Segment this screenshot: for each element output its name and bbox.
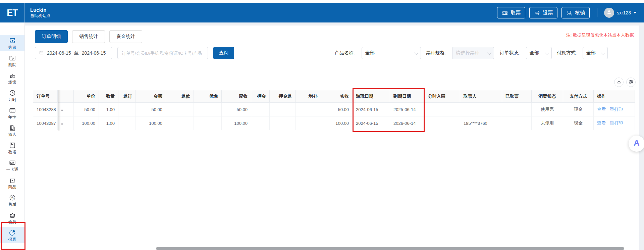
sidebar-item-timing[interactable]: 计时 bbox=[0, 87, 24, 103]
view-link[interactable]: 查看 bbox=[597, 107, 606, 112]
table-row: 10043287≡100.001.00100.00100.00100.00202… bbox=[33, 116, 635, 130]
cell-picker bbox=[460, 103, 502, 116]
sidebar-item-label: 售后 bbox=[8, 202, 16, 206]
chevron-down-icon bbox=[633, 12, 637, 14]
sidebar-item-venue[interactable]: 场馆 bbox=[0, 70, 24, 86]
product-name-select[interactable]: 全部 bbox=[362, 47, 421, 59]
sidebar-item-goods[interactable]: 商品 bbox=[0, 174, 24, 191]
sidebar-item-buy-ticket[interactable]: 购票 bbox=[0, 35, 24, 51]
cell-unit-price: 100.00 bbox=[74, 116, 99, 130]
button-label: 核销 bbox=[575, 10, 585, 16]
sidebar-item-label: 计时 bbox=[8, 98, 16, 102]
column-header-supplement: 增补 bbox=[296, 90, 321, 103]
horizontal-scrollbar[interactable] bbox=[156, 247, 624, 250]
cell-play-date: 2024-06-15 bbox=[353, 103, 390, 116]
chevron-down-icon bbox=[487, 50, 492, 55]
refund-button[interactable]: 退票 bbox=[529, 7, 557, 18]
printer-icon bbox=[534, 10, 540, 16]
sidebar-item-report[interactable]: 报表 bbox=[0, 227, 24, 243]
cell-quantity: 1.00 bbox=[99, 116, 118, 130]
order-table: 订单号单价数量退订金额退款优免应收押金押金退增补实收游玩日期到期日期分时入园取票… bbox=[33, 90, 635, 130]
tab-order-detail[interactable]: 订单明细 bbox=[35, 30, 68, 43]
reprint-link[interactable]: 重打印 bbox=[610, 107, 623, 112]
cell-expire-date: 2026-06-14 bbox=[390, 116, 425, 130]
cell-picked bbox=[502, 116, 532, 130]
topbar-divider bbox=[24, 3, 25, 22]
chevron-down-icon bbox=[545, 50, 549, 55]
sidebar-item-label: 商品 bbox=[8, 185, 16, 189]
assistant-button[interactable]: A bbox=[629, 136, 644, 152]
select-placeholder: 请选择票种 bbox=[456, 50, 479, 56]
column-settings-button[interactable] bbox=[626, 78, 636, 87]
sidebar-item-annual-card[interactable]: 年卡 bbox=[0, 105, 24, 121]
sidebar-item-label: 剧院 bbox=[8, 63, 16, 67]
filter-label-order-status: 订单状态: bbox=[500, 47, 520, 59]
ticket-type-select[interactable]: 请选择票种 bbox=[452, 47, 494, 59]
column-header-picker: 取票人 bbox=[460, 90, 502, 103]
cell-actual: 100.00 bbox=[321, 116, 353, 130]
date-end: 2024-06-15 bbox=[82, 50, 106, 56]
cell-play-date: 2024-06-15 bbox=[353, 116, 390, 130]
search-button[interactable]: 查询 bbox=[213, 47, 234, 59]
column-settings-icon bbox=[629, 79, 634, 86]
sidebar-item-after-sale[interactable]: 售售后 bbox=[0, 192, 24, 208]
order-status-select[interactable]: 全部 bbox=[526, 47, 552, 59]
sidebar-item-label: 酒店 bbox=[8, 133, 16, 137]
download-icon bbox=[616, 79, 622, 86]
date-range-picker[interactable]: 2024-06-15 至 2024-06-15 bbox=[35, 47, 112, 59]
table-row: 10043288≡50.001.0050.0050.0050.002024-06… bbox=[33, 103, 635, 116]
sidebar-item-label: 年卡 bbox=[8, 115, 16, 119]
hotel-icon bbox=[9, 124, 16, 132]
cell-expire-date: 2025-06-14 bbox=[390, 103, 425, 116]
column-header-expire-date: 到期日期 bbox=[390, 90, 425, 103]
column-header-play-date: 游玩日期 bbox=[353, 90, 390, 103]
sidebar-nav: 购票剧院场馆计时年卡酒店教培一卡通商品售售后会员报表 bbox=[0, 35, 24, 243]
avatar[interactable] bbox=[604, 8, 614, 18]
topbar-separator bbox=[597, 8, 597, 17]
verify-button[interactable]: 核销 bbox=[561, 7, 590, 18]
sidebar-item-pass-card[interactable]: 一卡通 bbox=[0, 157, 24, 173]
cell-hidden: ≡ bbox=[58, 103, 74, 116]
tab-sales-stats[interactable]: 销售统计 bbox=[72, 30, 105, 43]
user-icon bbox=[606, 9, 612, 17]
tab-funds-stats[interactable]: 资金统计 bbox=[109, 30, 142, 43]
cell-refund bbox=[166, 116, 194, 130]
cell-receivable: 50.00 bbox=[222, 103, 251, 116]
pickup-button[interactable]: 取票 bbox=[497, 7, 525, 18]
payment-method-select[interactable]: 全部 bbox=[583, 47, 608, 59]
cell-picker: 185****3760 bbox=[460, 116, 502, 130]
sidebar-item-member[interactable]: 会员 bbox=[0, 209, 24, 226]
search-input[interactable] bbox=[117, 47, 208, 59]
cell-unit-price: 50.00 bbox=[74, 103, 99, 116]
cell-supplement bbox=[296, 116, 321, 130]
calendar-icon bbox=[39, 50, 44, 56]
column-header-payment: 支付方式 bbox=[563, 90, 594, 103]
download-button[interactable] bbox=[614, 78, 624, 87]
column-header-refund: 退款 bbox=[166, 90, 194, 103]
reprint-link[interactable]: 重打印 bbox=[610, 120, 623, 126]
user-menu[interactable]: sxr123 bbox=[617, 10, 637, 15]
cell-hidden: ≡ bbox=[58, 116, 74, 130]
cell-amount: 100.00 bbox=[136, 116, 166, 130]
sidebar-item-theater[interactable]: 剧院 bbox=[0, 52, 24, 68]
column-header-cancel: 退订 bbox=[118, 90, 136, 103]
column-header-discount: 优免 bbox=[194, 90, 222, 103]
report-icon bbox=[9, 229, 16, 236]
sidebar: 购票剧院场馆计时年卡酒店教培一卡通商品售售后会员报表 bbox=[0, 22, 25, 250]
column-header-amount: 金额 bbox=[136, 90, 166, 103]
data-scope-note: 注: 数据呈现仅包含本站点本人数据 bbox=[566, 32, 634, 38]
sidebar-item-hotel[interactable]: 酒店 bbox=[0, 122, 24, 138]
tabs: 订单明细销售统计资金统计 bbox=[35, 30, 142, 43]
cell-deposit bbox=[251, 116, 270, 130]
column-header-consume-status: 消费状态 bbox=[532, 90, 563, 103]
svg-text:售: 售 bbox=[11, 196, 13, 199]
view-link[interactable]: 查看 bbox=[597, 120, 606, 126]
sidebar-item-label: 报表 bbox=[8, 237, 16, 241]
cell-timeslot bbox=[425, 103, 460, 116]
column-header-quantity: 数量 bbox=[99, 90, 118, 103]
truncated-column-fragment: ≡ bbox=[61, 121, 63, 126]
cell-discount bbox=[194, 116, 222, 130]
sidebar-item-education[interactable]: 教培 bbox=[0, 140, 24, 156]
after-sale-icon: 售 bbox=[9, 194, 16, 201]
verify-icon bbox=[566, 10, 573, 16]
